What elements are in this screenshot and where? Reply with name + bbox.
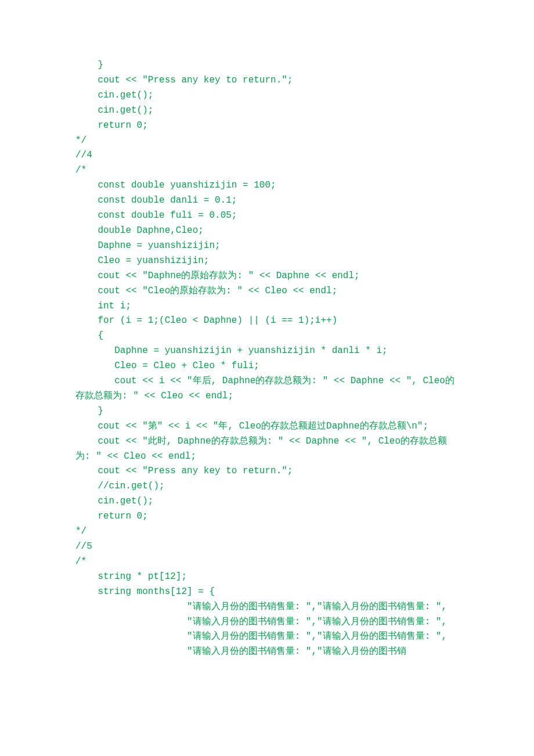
code-document: } cout << "Press any key to return."; ci… xyxy=(0,0,534,756)
code-content: } cout << "Press any key to return."; ci… xyxy=(75,60,454,657)
